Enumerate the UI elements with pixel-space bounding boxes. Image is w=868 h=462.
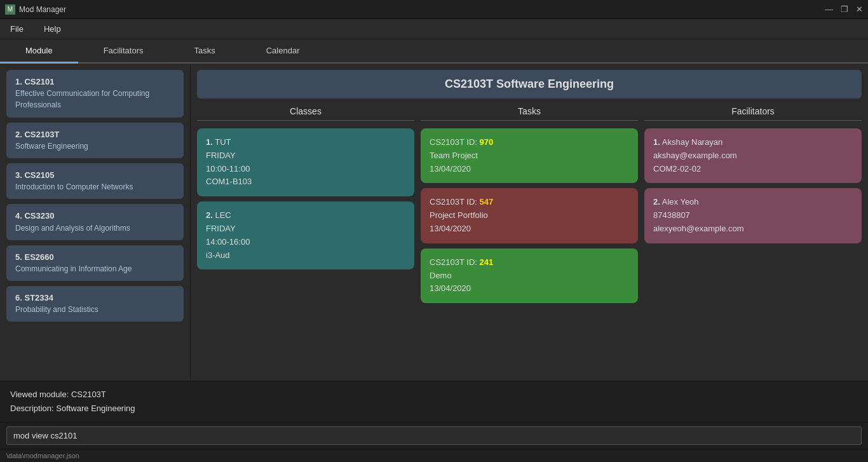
facilitators-column: Facilitators 1. Akshay Narayan akshay@ex… <box>644 104 862 374</box>
class-card-2: 2. LEC FRIDAY 14:00-16:00 i3-Aud <box>197 201 414 269</box>
tab-facilitators[interactable]: Facilitators <box>78 39 169 64</box>
sidebar-item-cs3230[interactable]: 4. CS3230 Design and Analysis of Algorit… <box>6 204 184 240</box>
menu-help[interactable]: Help <box>40 22 65 36</box>
task-card-3: CS2103T ID: 241 Demo 13/04/2020 <box>421 248 638 303</box>
app-title: Mod Manager <box>19 5 66 14</box>
minimize-button[interactable]: — <box>825 4 833 14</box>
sidebar: 1. CS2101 Effective Communication for Co… <box>0 64 191 381</box>
facilitators-header: Facilitators <box>644 104 862 121</box>
tasks-header: Tasks <box>421 104 638 121</box>
task-card-2: CS2103T ID: 547 Project Portfolio 13/04/… <box>421 188 638 243</box>
window-controls[interactable]: — ❐ ✕ <box>825 4 863 14</box>
sidebar-item-cs2101[interactable]: 1. CS2101 Effective Communication for Co… <box>6 70 184 118</box>
classes-column: Classes 1. TUT FRIDAY 10:00-11:00 COM1-B… <box>197 104 414 374</box>
status-area: Viewed module: CS2103T Description: Soft… <box>0 381 868 422</box>
tasks-column: Tasks CS2103T ID: 970 Team Project 13/04… <box>421 104 638 374</box>
module-title: CS2103T Software Engineering <box>197 70 862 99</box>
close-button[interactable]: ✕ <box>856 4 863 14</box>
menubar: File Help <box>0 19 868 39</box>
tab-calendar[interactable]: Calendar <box>241 39 325 64</box>
class-card-1: 1. TUT FRIDAY 10:00-11:00 COM1-B103 <box>197 128 414 196</box>
sidebar-item-es2660[interactable]: 5. ES2660 Communicating in Information A… <box>6 245 184 281</box>
sidebar-item-cs2103t[interactable]: 2. CS2103T Software Engineering <box>6 123 184 158</box>
tab-tasks[interactable]: Tasks <box>169 39 241 64</box>
command-input[interactable] <box>6 426 862 445</box>
viewed-module-label: Viewed module: CS2103T <box>10 388 858 402</box>
description-label: Description: Software Engineering <box>10 402 858 416</box>
tabbar: Module Facilitators Tasks Calendar <box>0 39 868 64</box>
menu-file[interactable]: File <box>6 22 27 36</box>
columns: Classes 1. TUT FRIDAY 10:00-11:00 COM1-B… <box>197 104 862 374</box>
footer-path: \data\modmanager.json <box>6 452 79 459</box>
facilitator-card-1: 1. Akshay Narayan akshay@example.com COM… <box>644 128 862 183</box>
task-card-1: CS2103T ID: 970 Team Project 13/04/2020 <box>421 128 638 183</box>
footer: \data\modmanager.json <box>0 449 868 462</box>
classes-header: Classes <box>197 104 414 121</box>
app-icon: M <box>5 4 15 15</box>
sidebar-item-cs2105[interactable]: 3. CS2105 Introduction to Computer Netwo… <box>6 163 184 199</box>
facilitator-card-2: 2. Alex Yeoh 87438807 alexyeoh@example.c… <box>644 188 862 243</box>
main-area: 1. CS2101 Effective Communication for Co… <box>0 64 868 381</box>
content-area: CS2103T Software Engineering Classes 1. … <box>191 64 868 381</box>
titlebar: M Mod Manager — ❐ ✕ <box>0 0 868 19</box>
tab-module[interactable]: Module <box>0 39 78 64</box>
sidebar-item-st2334[interactable]: 6. ST2334 Probability and Statistics <box>6 286 184 322</box>
command-input-wrap <box>0 422 868 449</box>
maximize-button[interactable]: ❐ <box>841 4 848 14</box>
